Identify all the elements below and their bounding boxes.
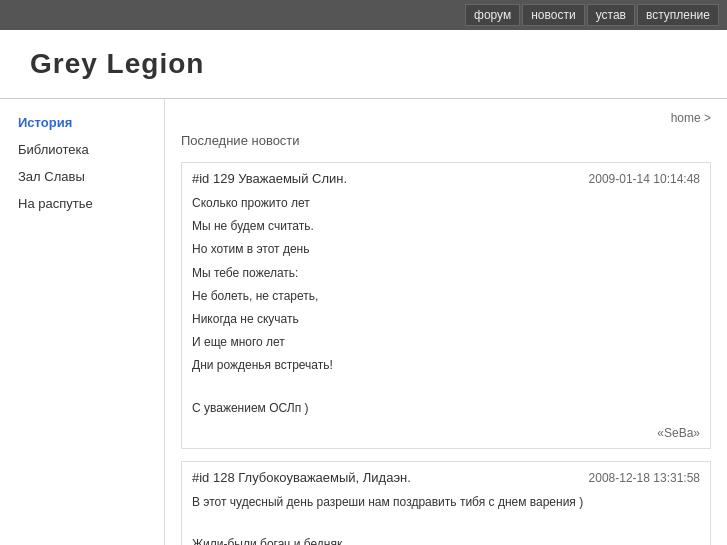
news-item-1: #id 129 Уважаемый Слин. 2009-01-14 10:14… [181, 162, 711, 449]
site-title: Grey Legion [0, 30, 727, 98]
news-id-title-1: #id 129 Уважаемый Слин. [192, 171, 347, 186]
news-id-title-2: #id 128 Глубокоуважаемый, Лидаэн. [192, 470, 411, 485]
sidebar-item-crossroads[interactable]: На распутье [0, 190, 164, 217]
news-header-1: #id 129 Уважаемый Слин. 2009-01-14 10:14… [192, 171, 700, 186]
content-area: home > Последние новости #id 129 Уважаем… [165, 99, 727, 545]
news-body-2: В этот чудесный день разреши нам поздрав… [192, 493, 700, 545]
news-date-1: 2009-01-14 10:14:48 [589, 172, 700, 186]
news-date-2: 2008-12-18 13:31:58 [589, 471, 700, 485]
news-signature-1: «SeBa» [192, 426, 700, 440]
sidebar-item-history[interactable]: История [0, 109, 164, 136]
nav-join[interactable]: вступление [637, 4, 719, 26]
sidebar-item-hall-of-fame[interactable]: Зал Славы [0, 163, 164, 190]
news-header-2: #id 128 Глубокоуважаемый, Лидаэн. 2008-1… [192, 470, 700, 485]
news-item-2: #id 128 Глубокоуважаемый, Лидаэн. 2008-1… [181, 461, 711, 545]
sidebar-item-library[interactable]: Библиотека [0, 136, 164, 163]
section-title: Последние новости [181, 133, 711, 152]
breadcrumb: home > [181, 107, 711, 133]
nav-forum[interactable]: форум [465, 4, 520, 26]
nav-news[interactable]: новости [522, 4, 584, 26]
nav-rules[interactable]: устав [587, 4, 635, 26]
sidebar: История Библиотека Зал Славы На распутье [0, 99, 165, 545]
news-body-1: Сколько прожито летМы не будем считать.Н… [192, 194, 700, 418]
main-layout: История Библиотека Зал Славы На распутье… [0, 99, 727, 545]
top-navigation: форум новости устав вступление [0, 0, 727, 30]
